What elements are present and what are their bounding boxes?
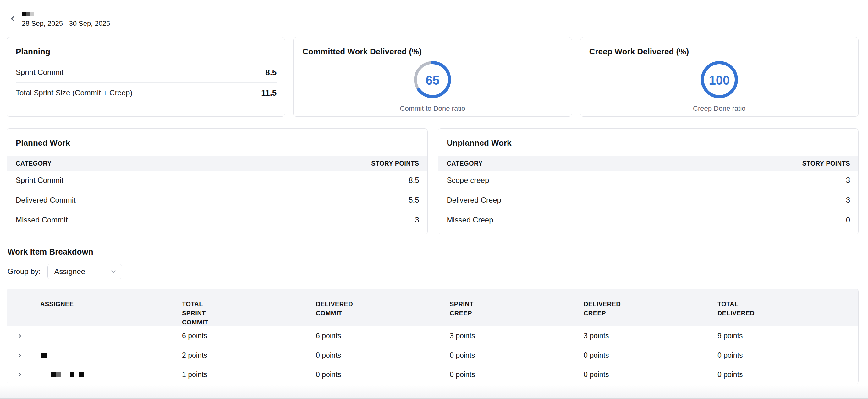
table-row: Missed Commit3 (7, 210, 427, 230)
total-delivered-cell: 9 points (717, 332, 858, 340)
expander-cell (7, 352, 33, 359)
table-row: Sprint Commit8.5 (7, 171, 427, 190)
total-sprint-commit-cell: 6 points (182, 332, 316, 340)
redaction-block (26, 12, 30, 17)
category-cell: Delivered Commit (16, 196, 76, 204)
expand-row-button[interactable] (7, 371, 33, 378)
group-by-selected-value: Assignee (54, 267, 85, 276)
sprint-creep-cell: 3 points (450, 332, 584, 340)
unplanned-work-title: Unplanned Work (438, 129, 859, 148)
category-cell: Sprint Commit (16, 176, 63, 185)
delivered-commit-cell: 6 points (316, 332, 450, 340)
redaction-block (70, 372, 74, 377)
gauge-value: 100 (701, 61, 738, 99)
total-delivered-cell: 0 points (717, 370, 858, 379)
story-points-cell: 3 (415, 216, 419, 224)
expander-cell (7, 333, 33, 340)
right-edge-divider (867, 0, 867, 399)
redaction-block (22, 12, 26, 17)
story-points-cell: 3 (846, 196, 850, 204)
bottom-scroll-fade (0, 385, 868, 399)
planning-row-value: 8.5 (265, 68, 277, 78)
story-points-cell: 5.5 (408, 196, 419, 204)
group-by-label: Group by: (7, 267, 40, 276)
work-tables-row: Planned Work Category Story Points Sprin… (7, 129, 859, 234)
redaction-block (79, 372, 84, 377)
committed-work-gauge: 65 (414, 61, 451, 99)
committed-work-title: Committed Work Delivered (%) (293, 37, 571, 57)
planned-work-header: Category Story Points (7, 156, 427, 171)
chevron-right-icon (16, 352, 23, 359)
assignee-cell-redacted (33, 346, 182, 365)
breakdown-column-header: DeliveredCommit (316, 289, 450, 318)
delivered-commit-cell: 0 points (316, 370, 450, 379)
redaction-block (41, 353, 47, 358)
assignee-cell-redacted (33, 365, 182, 384)
story-points-column-header: Story Points (371, 160, 419, 167)
creep-work-gauge: 100 (701, 61, 738, 99)
unplanned-work-rows: Scope creep3Delivered Creep3Missed Creep… (438, 171, 859, 230)
breakdown-column-header: Assignee (33, 289, 182, 309)
table-row: Scope creep3 (438, 171, 859, 190)
sprint-creep-cell: 0 points (450, 370, 584, 379)
committed-work-card: Committed Work Delivered (%) 65 Commit t… (293, 37, 572, 117)
chevron-right-icon (16, 333, 23, 340)
category-cell: Missed Creep (447, 216, 493, 224)
sprint-creep-cell: 0 points (450, 351, 584, 360)
planning-card: Planning Sprint Commit8.5Total Sprint Si… (7, 37, 285, 117)
planned-work-card: Planned Work Category Story Points Sprin… (7, 129, 428, 234)
planning-row-label: Total Sprint Size (Commit + Creep) (16, 88, 132, 97)
back-button[interactable] (8, 15, 17, 23)
unplanned-work-card: Unplanned Work Category Story Points Sco… (438, 129, 859, 234)
story-points-cell: 3 (846, 176, 850, 185)
redaction-block (30, 12, 34, 17)
category-cell: Delivered Creep (447, 196, 501, 204)
total-delivered-cell: 0 points (717, 351, 858, 360)
sprint-date-range: 28 Sep, 2025 - 30 Sep, 2025 (22, 20, 110, 28)
expand-row-button[interactable] (7, 352, 33, 359)
delivered-commit-cell: 0 points (316, 351, 450, 360)
group-by-select[interactable]: Assignee (48, 264, 122, 279)
total-sprint-commit-cell: 2 points (182, 351, 316, 360)
summary-cards-row: Planning Sprint Commit8.5Total Sprint Si… (7, 37, 859, 117)
redaction-block (51, 372, 56, 377)
planning-row: Total Sprint Size (Commit + Creep)11.5 (7, 83, 285, 103)
planning-row: Sprint Commit8.5 (7, 62, 285, 82)
breakdown-table-body: 6 points6 points3 points3 points9 points… (7, 326, 858, 384)
total-sprint-commit-cell: 1 points (182, 370, 316, 379)
delivered-creep-cell: 3 points (584, 332, 717, 340)
delivered-creep-cell: 0 points (584, 351, 717, 360)
expand-row-button[interactable] (7, 333, 33, 340)
category-cell: Scope creep (447, 176, 489, 185)
creep-work-card: Creep Work Delivered (%) 100 Creep Done … (580, 37, 859, 117)
breakdown-column-header: DeliveredCreep (584, 289, 717, 318)
gauge-value: 65 (414, 61, 451, 99)
planned-work-title: Planned Work (7, 129, 427, 148)
redaction-block (56, 372, 61, 377)
breakdown-table-header: AssigneeTotalSprintCommitDeliveredCommit… (7, 289, 858, 326)
expander-cell (7, 371, 33, 378)
breakdown-row: 1 points0 points0 points0 points0 points (7, 365, 858, 384)
table-row: Delivered Creep3 (438, 190, 859, 210)
unplanned-work-header: Category Story Points (438, 156, 859, 171)
table-row: Delivered Commit5.5 (7, 190, 427, 210)
delivered-creep-cell: 0 points (584, 370, 717, 379)
table-row: Missed Creep0 (438, 210, 859, 230)
story-points-column-header: Story Points (802, 160, 850, 167)
breakdown-row: 2 points0 points0 points0 points0 points (7, 345, 858, 365)
breakdown-column-header: TotalSprintCommit (182, 289, 316, 327)
work-item-breakdown-title: Work Item Breakdown (7, 247, 859, 257)
planned-work-rows: Sprint Commit8.5Delivered Commit5.5Misse… (7, 171, 427, 230)
category-column-header: Category (16, 160, 52, 167)
breakdown-column-header: TotalDelivered (717, 289, 858, 318)
story-points-cell: 8.5 (408, 176, 419, 185)
chevron-down-icon (110, 268, 117, 275)
story-points-cell: 0 (846, 216, 850, 224)
planning-row-label: Sprint Commit (16, 68, 63, 77)
breakdown-column-header: SprintCreep (450, 289, 584, 318)
commit-done-ratio-label: Commit to Done ratio (293, 105, 571, 113)
breakdown-table: AssigneeTotalSprintCommitDeliveredCommit… (7, 289, 859, 384)
report-header: 28 Sep, 2025 - 30 Sep, 2025 (7, 8, 859, 28)
sprint-title-redacted (22, 12, 110, 17)
sprint-report-page: 28 Sep, 2025 - 30 Sep, 2025 Planning Spr… (0, 0, 868, 384)
